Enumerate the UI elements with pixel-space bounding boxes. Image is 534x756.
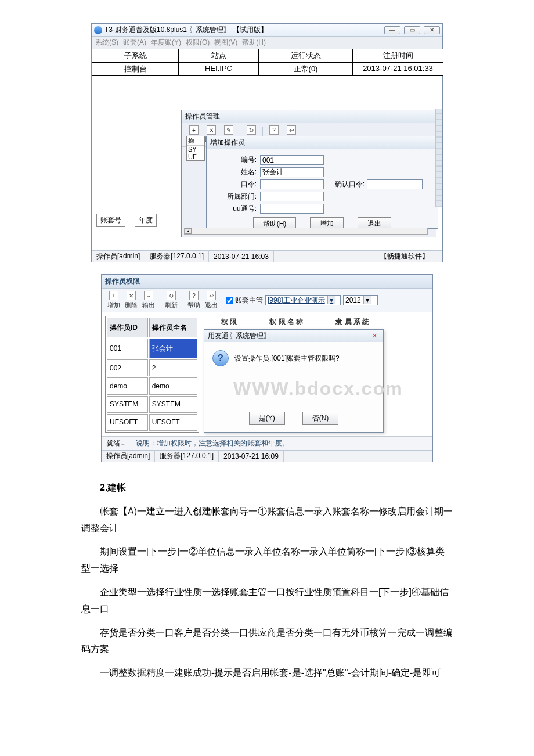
perm-toolbar: +增加 ✕删除 →输出 ↻刷新 ?帮助 ↩退出 账套主管 [998]工业企业演示…: [102, 289, 432, 312]
tb-help[interactable]: ?帮助: [185, 291, 203, 309]
col-state: 运行状态: [259, 49, 353, 63]
perm-columns-header: 权 限 权 限 名 称 隶 属 系 统: [204, 316, 424, 329]
watermark: WWW.bdocx.com: [204, 372, 383, 407]
table-row[interactable]: 0022: [107, 359, 197, 376]
cell-regtime: 2013-07-21 16:01:33: [353, 63, 443, 76]
window-title: T3-财务通普及版10.8plus1 〖系统管理〗 【试用版】: [104, 25, 382, 35]
operator-table[interactable]: 操作员ID操作员全名 001张会计 0022 demodemo SYSTEMSY…: [105, 316, 199, 433]
pwd-input[interactable]: [260, 179, 324, 189]
yes-button[interactable]: 是(Y): [249, 412, 285, 425]
status-operator: 操作员[admin]: [102, 450, 155, 462]
chevron-down-icon: ▾: [363, 296, 371, 304]
status-time: 2013-07-21 16:09: [219, 451, 284, 462]
close-icon[interactable]: ✕: [369, 332, 380, 340]
uu-input[interactable]: [260, 204, 324, 214]
article-p: 帐套【A)一建立一进入创建帐套向导一①账套信息一录入账套名称一修改启用会计期一调…: [81, 503, 453, 537]
tb-exit[interactable]: ↩退出: [203, 291, 220, 309]
status-operator: 操作员[admin]: [92, 250, 145, 262]
dept-input[interactable]: [260, 192, 324, 201]
status-time: 2013-07-21 16:03: [209, 251, 274, 262]
acctset-combo[interactable]: [998]工业企业演示▾: [265, 295, 341, 305]
col-site: 站点: [179, 49, 259, 63]
confirm-text: 设置操作员:[001]账套主管权限吗?: [234, 354, 340, 363]
acct-manager-checkbox[interactable]: 账套主管: [223, 295, 263, 306]
menubar[interactable]: 系统(S) 账套(A) 年度账(Y) 权限(O) 视图(V) 帮助(H): [92, 37, 442, 49]
minimize-button[interactable]: —: [384, 26, 400, 34]
app-icon: [94, 26, 102, 34]
statusbar: 操作员[admin] 服务器[127.0.0.1] 2013-07-21 16:…: [92, 250, 442, 262]
plus-icon: +: [189, 125, 199, 135]
operator-mgmt-title: 操作员管理: [182, 110, 436, 123]
th-id: 操作员ID: [107, 318, 148, 337]
col-perm-sys: 隶 属 系 统: [335, 317, 369, 327]
article-p: 企业类型一选择行业性质一选择账套主管一口按行业性质预置科目一[下一步]④基础信息…: [81, 584, 453, 618]
help-icon: ?: [269, 125, 279, 135]
x-icon: ✕: [127, 291, 136, 300]
menu-view[interactable]: 视图(V): [214, 38, 237, 48]
id-input[interactable]: [260, 155, 324, 165]
tb-out[interactable]: →输出: [140, 291, 157, 309]
article-p: 一调整数据精度一建账成功-提示是否启用帐套-是-选择"总账"-会计期间-确定-是…: [81, 665, 453, 682]
year-combo[interactable]: 2012▾: [343, 295, 378, 305]
menu-system[interactable]: 系统(S): [95, 38, 118, 48]
chevron-down-icon: ▾: [327, 296, 335, 304]
operator-mgmt-window: 操作员管理 +增加 ✕删除 ✎修改 ↻刷新 ?帮助 ↩退出 操 SY UF 增加…: [181, 110, 436, 237]
table-row[interactable]: UFSOFTUFSOFT: [107, 414, 197, 431]
menu-account[interactable]: 账套(A): [123, 38, 146, 48]
cell-state: 正常(0): [259, 63, 353, 76]
h-scrollbar[interactable]: ◂: [184, 228, 428, 235]
menu-year[interactable]: 年度账(Y): [151, 38, 181, 48]
exit-icon: ↩: [287, 125, 296, 135]
year-label: 年度: [135, 214, 157, 227]
no-button[interactable]: 否(N): [302, 412, 339, 425]
resize-grip[interactable]: [432, 253, 442, 260]
pwd2-input[interactable]: [367, 179, 423, 189]
scroll-left-icon[interactable]: ◂: [185, 228, 192, 234]
resize-grip[interactable]: [423, 453, 432, 460]
col-regtime: 注册时间: [353, 49, 443, 63]
col-perm-name: 权 限 名 称: [269, 317, 303, 327]
article-heading: 2.建帐: [81, 480, 453, 496]
add-operator-dialog: 增加操作员 编号: 姓名: 口令: 确认口令:: [206, 136, 438, 229]
right-gutter: [435, 109, 442, 207]
grid-row: 控制台 HEI.IPC 正常(0) 2013-07-21 16:01:33: [92, 63, 442, 76]
add-operator-title: 增加操作员: [207, 136, 438, 149]
export-icon: →: [144, 291, 153, 300]
statusbar2: 操作员[admin] 服务器[127.0.0.1] 2013-07-21 16:…: [102, 450, 432, 462]
mini-row: UF: [187, 153, 204, 160]
col-perm: 权 限: [221, 317, 237, 327]
article-body: 2.建帐 帐套【A)一建立一进入创建帐套向导一①账套信息一录入账套名称一修改启用…: [81, 480, 453, 682]
id-label: 编号:: [212, 155, 257, 165]
tb-del[interactable]: ✕删除: [122, 291, 140, 309]
tb-refresh[interactable]: ↻刷新: [163, 291, 180, 309]
pwd-label: 口令:: [212, 179, 257, 189]
th-name: 操作员全名: [149, 318, 197, 337]
menu-perm[interactable]: 权限(O): [186, 38, 210, 48]
table-row[interactable]: 001张会计: [107, 339, 197, 358]
article-p: 存货是否分类一口客户是否分类一口供应商是否分类一口有无外币核算一完成一调整编码方…: [81, 625, 453, 658]
col-subsystem: 子系统: [92, 49, 179, 63]
pwd2-label: 确认口令:: [330, 179, 365, 189]
cell-site: HEI.IPC: [179, 63, 259, 76]
close-button[interactable]: ✕: [424, 26, 440, 34]
maximize-button[interactable]: ▭: [404, 26, 420, 34]
status-ready: 就绪...: [102, 437, 131, 450]
name-label: 姓名:: [212, 167, 257, 177]
perm-footer: 就绪... 说明：增加权限时，注意选择相关的账套和年度。: [102, 436, 432, 450]
chk-input[interactable]: [226, 297, 233, 304]
confirm-title: 用友通〖系统管理〗✕: [204, 330, 383, 342]
cell-subsystem: 控制台: [92, 63, 179, 76]
status-hint: 说明：增加权限时，注意选择相关的账套和年度。: [131, 437, 432, 450]
article-p: 期间设置一[下一步]一②单位信息一录入单位名称一录入单位简称一[下一步]③核算类…: [81, 543, 453, 577]
status-server: 服务器[127.0.0.1]: [145, 250, 209, 262]
status-server: 服务器[127.0.0.1]: [155, 450, 219, 462]
tb-add[interactable]: +增加: [105, 291, 122, 309]
confirm-dialog: 用友通〖系统管理〗✕ ? 设置操作员:[001]账套主管权限吗? WWW.bdo…: [204, 329, 384, 433]
table-row[interactable]: SYSTEMSYSTEM: [107, 396, 197, 413]
titlebar[interactable]: T3-财务通普及版10.8plus1 〖系统管理〗 【试用版】 — ▭ ✕: [92, 24, 442, 37]
table-row[interactable]: demodemo: [107, 377, 197, 394]
name-input[interactable]: [260, 167, 324, 177]
sysadmin-window: T3-财务通普及版10.8plus1 〖系统管理〗 【试用版】 — ▭ ✕ 系统…: [91, 23, 443, 262]
x-icon: ✕: [207, 125, 216, 135]
menu-help[interactable]: 帮助(H): [242, 38, 266, 48]
